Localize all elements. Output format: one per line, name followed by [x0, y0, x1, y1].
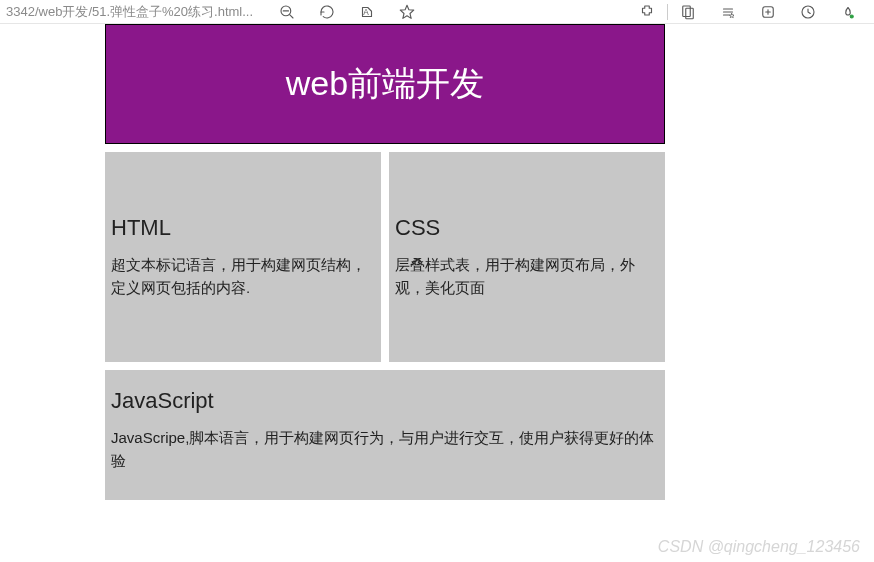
svg-rect-6	[686, 8, 694, 19]
svg-marker-4	[400, 5, 414, 18]
history-icon[interactable]	[788, 3, 828, 21]
card-title: JavaScript	[111, 388, 659, 414]
read-aloud-icon[interactable]: A	[347, 3, 387, 21]
extensions-icon[interactable]	[627, 3, 667, 21]
performance-icon[interactable]	[828, 3, 868, 21]
collections-icon[interactable]	[668, 3, 708, 21]
cards-container: HTML 超文本标记语言，用于构建网页结构，定义网页包括的内容. CSS 层叠样…	[105, 152, 665, 500]
hero-banner: web前端开发	[105, 24, 665, 144]
card-css: CSS 层叠样式表，用于构建网页布局，外观，美化页面	[389, 152, 665, 362]
card-title: HTML	[111, 215, 375, 241]
card-javascript: JavaScript JavaScripe,脚本语言，用于构建网页行为，与用户进…	[105, 370, 665, 500]
favorite-icon[interactable]	[387, 3, 427, 21]
watermark: CSDN @qingcheng_123456	[658, 538, 860, 556]
new-tab-icon[interactable]	[748, 3, 788, 21]
hero-title: web前端开发	[286, 61, 484, 107]
svg-rect-5	[683, 6, 691, 17]
card-desc: 超文本标记语言，用于构建网页结构，定义网页包括的内容.	[111, 253, 375, 300]
page-content: web前端开发 HTML 超文本标记语言，用于构建网页结构，定义网页包括的内容.…	[0, 24, 874, 500]
svg-point-12	[850, 15, 853, 18]
card-title: CSS	[395, 215, 659, 241]
url-text: 3342/web开发/51.弹性盒子%20练习.html...	[6, 3, 253, 21]
zoom-out-icon[interactable]	[267, 3, 307, 21]
card-desc: JavaScripe,脚本语言，用于构建网页行为，与用户进行交互，使用户获得更好…	[111, 426, 659, 473]
card-desc: 层叠样式表，用于构建网页布局，外观，美化页面	[395, 253, 659, 300]
svg-text:A: A	[363, 8, 369, 17]
svg-marker-7	[730, 13, 735, 17]
browser-toolbar: 3342/web开发/51.弹性盒子%20练习.html... A	[0, 0, 874, 24]
toolbar-icons-right	[627, 3, 868, 21]
card-html: HTML 超文本标记语言，用于构建网页结构，定义网页包括的内容.	[105, 152, 381, 362]
svg-line-1	[290, 14, 293, 17]
favorites-list-icon[interactable]	[708, 3, 748, 21]
toolbar-icons-left: A	[267, 3, 427, 21]
refresh-icon[interactable]	[307, 3, 347, 21]
